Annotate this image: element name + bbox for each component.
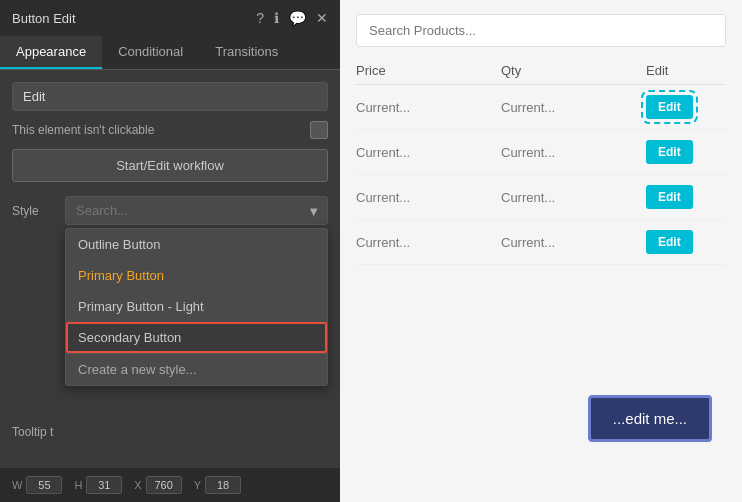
edit-cell: Edit <box>646 185 726 209</box>
x-value[interactable]: 760 <box>146 476 182 494</box>
y-label: Y <box>194 479 201 491</box>
clickable-checkbox[interactable] <box>310 121 328 139</box>
style-field-row: Style ▼ Outline Button Primary Button Pr… <box>12 196 328 225</box>
edit-button[interactable]: Edit <box>646 140 693 164</box>
edit-button[interactable]: Edit <box>646 230 693 254</box>
x-label: X <box>134 479 141 491</box>
qty-cell: Current... <box>501 100 646 115</box>
header-icons: ? ℹ 💬 ✕ <box>256 10 328 26</box>
price-cell: Current... <box>356 235 501 250</box>
panel-header: Button Edit ? ℹ 💬 ✕ <box>0 0 340 36</box>
button-text-input[interactable] <box>12 82 328 111</box>
table-row: Current... Current... Edit <box>356 220 726 265</box>
edit-button-selected[interactable]: Edit <box>646 95 693 119</box>
height-group: H 31 <box>74 476 122 494</box>
clickable-checkbox-row: This element isn't clickable <box>12 121 328 139</box>
panel-tabs: Appearance Conditional Transitions <box>0 36 340 70</box>
tab-appearance[interactable]: Appearance <box>0 36 102 69</box>
panel-title: Button Edit <box>12 11 76 26</box>
style-dropdown[interactable]: ▼ Outline Button Primary Button Primary … <box>65 196 328 225</box>
h-value[interactable]: 31 <box>86 476 122 494</box>
tab-conditional[interactable]: Conditional <box>102 36 199 69</box>
edit-me-container: ...edit me... <box>588 395 712 442</box>
help-icon[interactable]: ? <box>256 10 264 26</box>
table-row: Current... Current... Edit <box>356 85 726 130</box>
products-table: Price Qty Edit Current... Current... Edi… <box>340 57 742 265</box>
comment-icon[interactable]: 💬 <box>289 10 306 26</box>
dropdown-item-create-new[interactable]: Create a new style... <box>66 353 327 385</box>
qty-cell: Current... <box>501 145 646 160</box>
right-panel: Price Qty Edit Current... Current... Edi… <box>340 0 742 502</box>
qty-cell: Current... <box>501 190 646 205</box>
price-cell: Current... <box>356 145 501 160</box>
edit-me-button[interactable]: ...edit me... <box>588 395 712 442</box>
style-dropdown-list: Outline Button Primary Button Primary Bu… <box>65 228 328 386</box>
edit-cell: Edit <box>646 230 726 254</box>
tooltip-row: Tooltip t <box>12 425 328 439</box>
style-label: Style <box>12 204 57 218</box>
x-group: X 760 <box>134 476 181 494</box>
y-value[interactable]: 18 <box>205 476 241 494</box>
search-area <box>340 0 742 57</box>
panel-body: This element isn't clickable Start/Edit … <box>0 70 340 461</box>
price-cell: Current... <box>356 190 501 205</box>
price-header: Price <box>356 63 501 78</box>
button-edit-panel: Button Edit ? ℹ 💬 ✕ Appearance Condition… <box>0 0 340 502</box>
info-icon[interactable]: ℹ <box>274 10 279 26</box>
width-group: W 55 <box>12 476 62 494</box>
edit-button[interactable]: Edit <box>646 185 693 209</box>
w-label: W <box>12 479 22 491</box>
tab-transitions[interactable]: Transitions <box>199 36 294 69</box>
search-input[interactable] <box>356 14 726 47</box>
h-label: H <box>74 479 82 491</box>
dropdown-item-primary[interactable]: Primary Button <box>66 260 327 291</box>
table-row: Current... Current... Edit <box>356 175 726 220</box>
table-row: Current... Current... Edit <box>356 130 726 175</box>
dropdown-item-primary-light[interactable]: Primary Button - Light <box>66 291 327 322</box>
style-search-input[interactable] <box>65 196 328 225</box>
workflow-button[interactable]: Start/Edit workflow <box>12 149 328 182</box>
table-header: Price Qty Edit <box>356 57 726 85</box>
edit-cell: Edit <box>646 140 726 164</box>
edit-cell: Edit <box>646 95 726 119</box>
qty-header: Qty <box>501 63 646 78</box>
dropdown-item-secondary[interactable]: Secondary Button <box>66 322 327 353</box>
tooltip-label: Tooltip t <box>12 425 53 439</box>
clickable-label: This element isn't clickable <box>12 123 154 137</box>
close-icon[interactable]: ✕ <box>316 10 328 26</box>
dropdown-item-outline[interactable]: Outline Button <box>66 229 327 260</box>
price-cell: Current... <box>356 100 501 115</box>
bottom-bar: W 55 H 31 X 760 Y 18 <box>0 468 340 502</box>
qty-cell: Current... <box>501 235 646 250</box>
y-group: Y 18 <box>194 476 241 494</box>
w-value[interactable]: 55 <box>26 476 62 494</box>
edit-header: Edit <box>646 63 726 78</box>
